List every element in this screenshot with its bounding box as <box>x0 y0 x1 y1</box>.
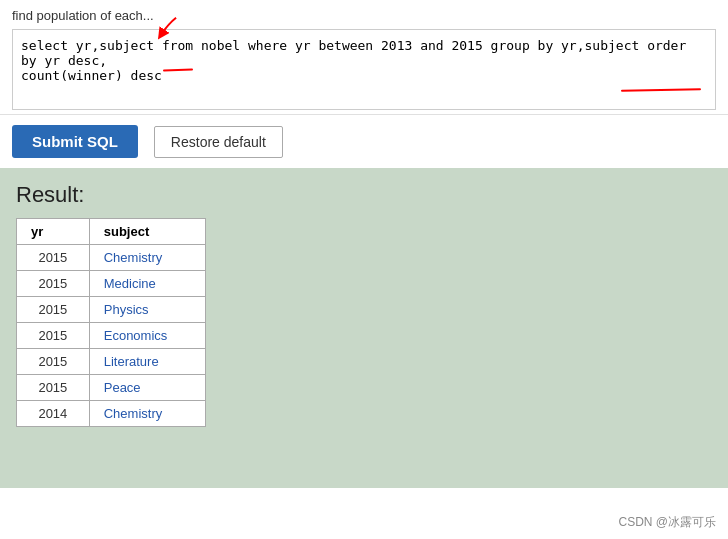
sql-input-wrapper: select yr,subject from nobel where yr be… <box>12 29 716 110</box>
cell-subject: Literature <box>89 349 205 375</box>
cell-subject: Peace <box>89 375 205 401</box>
cell-yr: 2015 <box>17 245 90 271</box>
table-row: 2015Chemistry <box>17 245 206 271</box>
col-yr: yr <box>17 219 90 245</box>
sql-editor-section: find population of each... select yr,sub… <box>0 0 728 114</box>
table-row: 2015Medicine <box>17 271 206 297</box>
cell-subject: Chemistry <box>89 401 205 427</box>
watermark: CSDN @冰露可乐 <box>618 514 716 531</box>
table-row: 2015Literature <box>17 349 206 375</box>
cell-subject: Medicine <box>89 271 205 297</box>
hint-text: find population of each... <box>12 8 716 23</box>
toolbar: Submit SQL Restore default <box>0 114 728 168</box>
cell-yr: 2014 <box>17 401 90 427</box>
restore-default-button[interactable]: Restore default <box>154 126 283 158</box>
table-row: 2015Economics <box>17 323 206 349</box>
sql-textarea[interactable]: select yr,subject from nobel where yr be… <box>21 38 707 98</box>
table-row: 2015Physics <box>17 297 206 323</box>
table-row: 2014Chemistry <box>17 401 206 427</box>
table-row: 2015Peace <box>17 375 206 401</box>
cell-yr: 2015 <box>17 323 90 349</box>
table-header-row: yr subject <box>17 219 206 245</box>
cell-yr: 2015 <box>17 375 90 401</box>
cell-yr: 2015 <box>17 271 90 297</box>
cell-subject: Physics <box>89 297 205 323</box>
cell-subject: Chemistry <box>89 245 205 271</box>
result-table: yr subject 2015Chemistry2015Medicine2015… <box>16 218 206 427</box>
cell-yr: 2015 <box>17 349 90 375</box>
cell-yr: 2015 <box>17 297 90 323</box>
cell-subject: Economics <box>89 323 205 349</box>
result-label: Result: <box>16 182 712 208</box>
submit-sql-button[interactable]: Submit SQL <box>12 125 138 158</box>
result-section: Result: yr subject 2015Chemistry2015Medi… <box>0 168 728 488</box>
col-subject: subject <box>89 219 205 245</box>
